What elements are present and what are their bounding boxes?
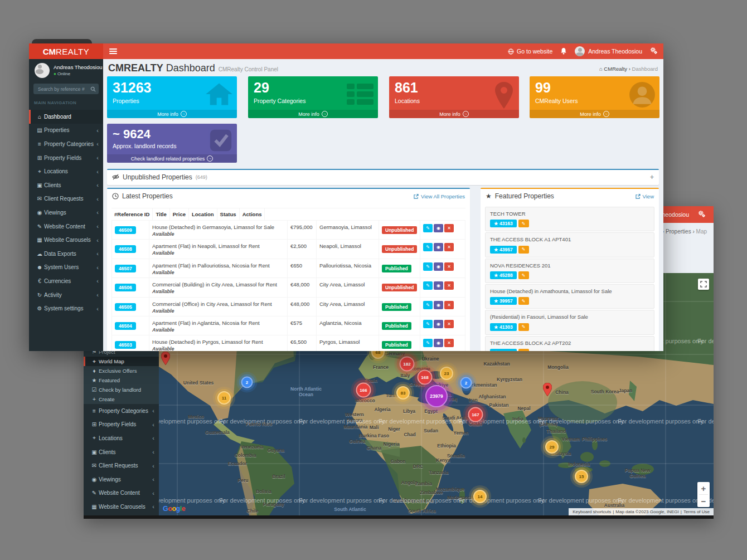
more-info-link[interactable]: More info→ (248, 110, 378, 118)
edit-button[interactable]: ✎ (423, 224, 433, 232)
sidebar-item[interactable]: ⚙ System settings ‹ (29, 301, 103, 315)
sidebar-item[interactable]: ⌂ Dashboard (29, 110, 103, 124)
sidebar-subitem[interactable]: ♦ Exclusive Offers (84, 366, 159, 376)
map-cluster-marker[interactable]: 14 (473, 490, 487, 503)
edit-button[interactable]: ✎ (423, 243, 433, 251)
gear-icon[interactable] (698, 210, 706, 220)
map-cluster-marker[interactable]: 166 (356, 383, 371, 398)
terms-of-use-link[interactable]: Terms of Use (683, 509, 710, 514)
sidebar-item[interactable]: ↻ Activity ‹ (29, 288, 103, 302)
sidebar-item[interactable]: € Currencies ‹ (29, 274, 103, 288)
featured-reference-badge[interactable]: ★ 39957 (490, 297, 517, 305)
edit-button[interactable]: ✎ (423, 281, 433, 290)
featured-reference-badge[interactable]: ★ 43163 (490, 220, 517, 227)
view-button[interactable]: ◉ (434, 281, 443, 290)
map-cluster-marker[interactable]: 83 (396, 386, 410, 400)
sidebar-subitem[interactable]: ★ Featured (84, 376, 159, 385)
edit-button[interactable]: ✎ (518, 271, 529, 279)
sidebar-subitem[interactable]: ☑ Check by landlord (84, 385, 159, 395)
edit-button[interactable]: ✎ (518, 323, 529, 331)
sidebar-item[interactable]: ✉ Client Requests ‹ (29, 192, 103, 206)
featured-reference-badge[interactable]: ★ 43525 (490, 349, 517, 351)
edit-button[interactable]: ✎ (518, 349, 529, 351)
sidebar-item[interactable]: ✎ Website Content ‹ (84, 486, 159, 500)
zoom-in-button[interactable]: + (697, 482, 710, 494)
sidebar-item[interactable]: ⌖ Locations ‹ (84, 431, 159, 445)
map-cluster-marker[interactable]: 23979 (425, 385, 448, 407)
edit-button[interactable]: ✎ (518, 220, 529, 227)
map-pin-marker[interactable] (543, 383, 552, 398)
delete-button[interactable]: ✕ (444, 281, 454, 290)
map-cluster-marker[interactable]: 29 (545, 440, 559, 454)
sidebar-item[interactable]: ⌖ Locations ‹ (29, 164, 103, 178)
map-cluster-marker[interactable]: 2 (241, 377, 253, 388)
sidebar-item[interactable]: ◉ Viewings ‹ (29, 206, 103, 220)
view-button[interactable]: ◉ (434, 262, 443, 271)
search-button[interactable] (88, 84, 99, 94)
reference-badge[interactable]: 46503 (115, 341, 136, 349)
control-sidebar-button[interactable] (650, 47, 658, 56)
sidebar-toggle-icon[interactable] (109, 47, 117, 55)
reference-badge[interactable]: 46504 (115, 322, 136, 330)
edit-button[interactable]: ✎ (518, 297, 529, 305)
sidebar-item[interactable]: ▦ Website Carousels ‹ (29, 233, 103, 247)
edit-button[interactable]: ✎ (518, 246, 529, 254)
delete-button[interactable]: ✕ (444, 224, 454, 232)
sidebar-item[interactable]: ☻ System Users ‹ (29, 261, 103, 275)
app-logo[interactable]: CMREALTY (29, 43, 103, 59)
featured-reference-badge[interactable]: ★ 45288 (490, 271, 517, 279)
view-button[interactable]: ◉ (434, 243, 443, 251)
more-info-link[interactable]: More info→ (389, 110, 519, 118)
map-cluster-marker[interactable]: 167 (468, 407, 483, 422)
map-pin-marker[interactable] (161, 352, 170, 367)
featured-reference-badge[interactable]: ★ 41303 (490, 323, 517, 331)
reference-badge[interactable]: 46506 (115, 284, 136, 291)
reference-badge[interactable]: 46508 (115, 245, 136, 253)
search-input[interactable] (33, 84, 88, 94)
fullscreen-button[interactable] (698, 279, 709, 290)
user-menu[interactable]: Andreas Theodosiou (575, 46, 642, 56)
delete-button[interactable]: ✕ (444, 339, 454, 347)
view-button[interactable]: ◉ (434, 301, 443, 309)
delete-button[interactable]: ✕ (444, 243, 454, 251)
sidebar-item[interactable]: ▣ Clients ‹ (84, 445, 159, 459)
expand-button[interactable]: + (650, 173, 654, 181)
sidebar-item[interactable]: ▣ Clients ‹ (29, 178, 103, 192)
more-info-link[interactable]: More info→ (107, 110, 237, 118)
edit-button[interactable]: ✎ (423, 262, 433, 271)
map-cluster-marker[interactable]: 23 (440, 367, 453, 380)
sidebar-item[interactable]: ☁ Data Exports ‹ (29, 247, 103, 261)
view-featured-link[interactable]: View (636, 193, 654, 199)
delete-button[interactable]: ✕ (444, 262, 454, 271)
reference-badge[interactable]: 46509 (115, 226, 136, 234)
sidebar-item[interactable]: ⊞ Property Fields ‹ (29, 151, 103, 165)
more-info-link[interactable]: More info→ (530, 110, 659, 118)
sidebar-item[interactable]: ▦ Website Carousels ‹ (84, 500, 159, 514)
reference-badge[interactable]: 46505 (115, 303, 136, 311)
sidebar-subitem[interactable]: + Create (84, 395, 159, 404)
map-cluster-marker[interactable]: 182 (400, 357, 415, 372)
delete-button[interactable]: ✕ (444, 320, 454, 328)
featured-reference-badge[interactable]: ★ 43957 (490, 246, 517, 254)
breadcrumb-section[interactable]: Properties (666, 228, 691, 235)
view-button[interactable]: ◉ (434, 224, 443, 232)
map-cluster-marker[interactable]: 2 (460, 377, 472, 389)
view-all-properties-link[interactable]: View All Properties (414, 193, 465, 199)
sidebar-item[interactable]: ✉ Client Requests ‹ (84, 459, 159, 473)
go-to-website-link[interactable]: Go to website (508, 48, 552, 55)
sidebar-item[interactable]: ▤ Properties ‹ (29, 124, 103, 138)
map-cluster-marker[interactable]: 168 (418, 370, 433, 385)
sidebar-item[interactable]: ⊞ Property Fields ‹ (84, 418, 159, 432)
sidebar-subitem[interactable]: ⌖ World Map (84, 357, 159, 366)
reference-badge[interactable]: 46507 (115, 265, 136, 272)
notifications-button[interactable] (560, 47, 567, 56)
sidebar-item[interactable]: ✎ Website Content ‹ (29, 220, 103, 233)
keyboard-shortcuts-link[interactable]: Keyboard shortcuts (573, 509, 611, 514)
zoom-out-button[interactable]: − (697, 495, 710, 507)
view-button[interactable]: ◉ (434, 339, 443, 347)
edit-button[interactable]: ✎ (423, 339, 433, 347)
check-landlord-link[interactable]: Check landlord related properties→ (107, 154, 237, 163)
edit-button[interactable]: ✎ (423, 320, 433, 328)
edit-button[interactable]: ✎ (423, 301, 433, 309)
delete-button[interactable]: ✕ (444, 301, 454, 309)
